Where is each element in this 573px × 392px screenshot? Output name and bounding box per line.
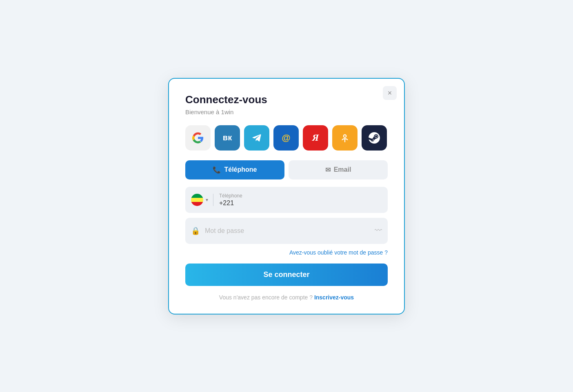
social-vk-button[interactable]: вк: [215, 125, 240, 151]
register-row: Vous n'avez pas encore de compte ? Inscr…: [185, 294, 388, 301]
social-ok-button[interactable]: [332, 125, 358, 151]
social-google-button[interactable]: [185, 125, 211, 151]
steam-icon: [369, 132, 380, 144]
tab-email[interactable]: ✉ Email: [289, 160, 388, 179]
email-tab-icon: ✉: [325, 166, 331, 174]
country-chevron-icon: ▾: [206, 197, 208, 203]
dialog-subtitle: Bienvenue à 1win: [185, 109, 388, 115]
yandex-icon: Я: [312, 132, 319, 143]
phone-field-value: +221: [219, 199, 382, 207]
phone-input-group: ▾ Téléphone +221: [185, 187, 388, 213]
lock-icon: 🔒: [191, 226, 200, 235]
register-link[interactable]: Inscrivez-vous: [314, 294, 354, 301]
flag-red: [191, 202, 203, 206]
social-mail-button[interactable]: @: [273, 125, 299, 151]
auth-tabs: 📞 Téléphone ✉ Email: [185, 160, 388, 179]
flag-yellow: [191, 198, 203, 202]
tab-telephone[interactable]: 📞 Téléphone: [185, 160, 284, 179]
senegal-flag: [191, 194, 203, 206]
phone-tab-icon: 📞: [213, 166, 221, 174]
social-steam-button[interactable]: [362, 125, 387, 151]
mail-icon: @: [282, 133, 290, 143]
social-telegram-button[interactable]: [244, 125, 269, 151]
ok-icon: [340, 133, 350, 143]
login-button[interactable]: Se connecter: [185, 264, 388, 286]
password-field[interactable]: Mot de passe: [205, 227, 375, 235]
telegram-icon: [251, 132, 262, 144]
password-input-group: 🔒 Mot de passe 〰: [185, 218, 388, 244]
phone-number-field[interactable]: Téléphone +221: [219, 193, 382, 207]
phone-field-label: Téléphone: [219, 193, 382, 199]
forgot-password-anchor[interactable]: Avez-vous oublié votre mot de passe ?: [289, 249, 388, 256]
tab-email-label: Email: [334, 166, 351, 173]
flag-green: [191, 194, 203, 198]
toggle-password-icon[interactable]: 〰: [375, 226, 382, 235]
close-button[interactable]: ×: [383, 86, 397, 100]
forgot-password-link[interactable]: Avez-vous oublié votre mot de passe ?: [185, 249, 388, 256]
svg-point-2: [344, 135, 346, 137]
social-yandex-button[interactable]: Я: [303, 125, 328, 151]
social-icons-row: вк @ Я: [185, 125, 388, 151]
login-dialog: × Connectez-vous Bienvenue à 1win вк @: [168, 78, 405, 314]
register-prompt: Vous n'avez pas encore de compte ?: [219, 294, 313, 301]
country-selector[interactable]: ▾: [191, 194, 213, 206]
dialog-title: Connectez-vous: [185, 93, 388, 106]
tab-telephone-label: Téléphone: [224, 166, 257, 173]
vk-icon: вк: [223, 133, 232, 142]
